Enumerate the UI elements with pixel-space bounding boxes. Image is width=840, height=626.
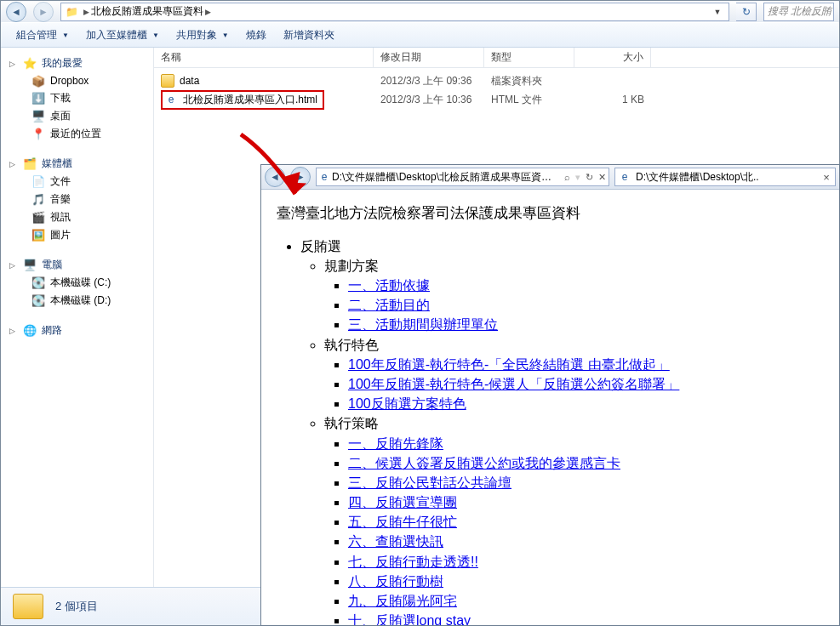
item-icon: 📍 [31,128,45,141]
nav-back-button[interactable]: ◄ [6,2,26,22]
sidebar-library-header[interactable]: ▷🗂️媒體櫃 [1,155,153,173]
tree-node: 執行策略一、反賄先鋒隊二、候選人簽署反賄選公約或我的參選感言卡三、反賄公民對話公… [324,413,824,625]
sidebar-network-header[interactable]: ▷🌐網路 [1,322,153,339]
breadcrumb-text[interactable]: 北檢反賄選成果專區資料 [91,4,203,19]
sidebar-item[interactable]: 📄文件 [1,173,153,191]
organize-menu[interactable]: 組合管理▼ [8,25,77,46]
item-icon: 📦 [31,74,45,88]
folder-icon: 📁 [65,5,78,19]
tree-leaf: 五、反賄牛仔很忙 [348,512,824,532]
item-icon: 💽 [31,276,45,290]
sidebar-item[interactable]: 💽本機磁碟 (C:) [1,274,153,292]
folder-icon [13,594,43,619]
content-link[interactable]: 100年反賄選-執行特色-「全民終結賄選 由臺北做起」 [348,357,670,372]
item-icon: 💽 [31,294,45,308]
tree-leaf: 100反賄選方案特色 [348,394,824,413]
search-input[interactable]: 搜尋 北檢反賄 [763,3,834,21]
content-link[interactable]: 二、候選人簽署反賄選公約或我的參選感言卡 [348,456,620,470]
tree-leaf: 一、反賄先鋒隊 [348,434,824,453]
content-link[interactable]: 一、反賄先鋒隊 [348,436,443,451]
content-link[interactable]: 100反賄選方案特色 [348,396,466,411]
content-link[interactable]: 二、活動目的 [348,298,430,312]
tree-node: 執行特色100年反賄選-執行特色-「全民終結賄選 由臺北做起」100年反賄選-執… [324,335,824,414]
column-headers[interactable]: 名稱 修改日期 類型 大小 [154,48,839,68]
include-menu[interactable]: 加入至媒體櫃▼ [77,25,168,46]
ie-window: ◄ ► e D:\文件媒體櫃\Desktop\北檢反賄選成果專區資料\北檢反 ⌕… [260,164,840,626]
sidebar-item[interactable]: 🖥️桌面 [1,107,153,125]
content-link[interactable]: 100年反賄選-執行特色-候選人「反賄選公約簽名聯署」 [348,377,679,391]
sidebar-item[interactable]: 💽本機磁碟 (D:) [1,292,153,310]
content-link[interactable]: 九、反賄陽光阿宅 [348,594,457,608]
ie-content: 臺灣臺北地方法院檢察署司法保護成果專區資料 反賄選規劃方案一、活動依據二、活動目… [261,190,839,625]
tree-leaf: 三、活動期間與辦理單位 [348,315,824,334]
star-icon: ⭐ [23,57,37,71]
refresh-button[interactable]: ↻ [736,3,757,21]
content-link[interactable]: 十、反賄選long stay [348,613,471,625]
sidebar-item[interactable]: 🎵音樂 [1,191,153,208]
highlighted-file: e北檢反賄選成果專區入口.html [161,90,324,110]
breadcrumb-bar[interactable]: 📁 ▶ 北檢反賄選成果專區資料 ▶ ▼ [60,3,729,21]
status-text: 2 個項目 [55,599,98,614]
sidebar-item[interactable]: 📦Dropbox [1,72,153,89]
tree-leaf: 四、反賄選宣導團 [348,492,824,512]
sidebar-item[interactable]: ⬇️下載 [1,89,153,107]
ie-back-button[interactable]: ◄ [265,167,285,187]
tree-leaf: 二、候選人簽署反賄選公約或我的參選感言卡 [348,453,824,473]
item-icon: 🎵 [31,193,45,207]
item-icon: 🎬 [31,211,45,225]
ie-page-icon: e [617,171,632,183]
explorer-toolbar: 組合管理▼ 加入至媒體櫃▼ 共用對象▼ 燒錄 新增資料夾 [1,22,839,48]
share-menu[interactable]: 共用對象▼ [168,25,237,46]
sidebar-item[interactable]: 📍最近的位置 [1,125,153,143]
file-row[interactable]: e北檢反賄選成果專區入口.html2012/3/3 上午 10:36HTML 文… [154,90,839,109]
content-link[interactable]: 一、活動依據 [348,278,430,293]
computer-icon: 🖥️ [23,259,37,272]
newfolder-button[interactable]: 新增資料夾 [275,25,343,46]
breadcrumb-sep: ▶ [83,8,89,16]
tree-leaf: 十、反賄選long stay [348,611,824,625]
breadcrumb-dropdown[interactable]: ▼ [710,8,725,16]
stop-icon[interactable]: ✕ [596,172,609,183]
ie-forward-button[interactable]: ► [290,167,311,187]
tree-leaf: 100年反賄選-執行特色-「全民終結賄選 由臺北做起」 [348,355,824,374]
ie-tab-title: D:\文件媒體櫃\Desktop\北.. [636,170,816,185]
col-date[interactable]: 修改日期 [374,48,484,67]
search-icon[interactable]: ⌕ [562,172,573,182]
ie-tab[interactable]: e D:\文件媒體櫃\Desktop\北.. × [614,168,836,186]
col-size[interactable]: 大小 [574,48,651,67]
content-link[interactable]: 七、反賄行動走透透!! [348,555,478,569]
page-title: 臺灣臺北地方法院檢察署司法保護成果專區資料 [277,203,824,225]
burn-button[interactable]: 燒錄 [237,25,275,46]
tree-leaf: 七、反賄行動走透透!! [348,552,824,572]
col-type[interactable]: 類型 [484,48,574,67]
content-link[interactable]: 三、反賄公民對話公共論壇 [348,475,511,490]
sidebar-computer-header[interactable]: ▷🖥️電腦 [1,256,153,274]
close-icon[interactable]: × [820,170,833,184]
item-icon: 🖥️ [31,110,45,123]
ie-page-icon: e [317,171,332,183]
tree-leaf: 六、查賄選快訊 [348,532,824,551]
refresh-icon[interactable]: ↻ [583,172,596,183]
content-link[interactable]: 三、活動期間與辦理單位 [348,317,498,332]
content-link[interactable]: 六、查賄選快訊 [348,534,443,549]
sidebar-item[interactable]: 🖼️圖片 [1,226,153,244]
file-row[interactable]: data2012/3/3 上午 09:36檔案資料夾 [154,71,839,90]
nav-forward-button[interactable]: ► [33,2,54,22]
content-link[interactable]: 八、反賄行動樹 [348,574,443,589]
folder-icon [161,74,174,88]
sidebar-favorites-header[interactable]: ▷⭐我的最愛 [1,54,153,72]
content-link[interactable]: 四、反賄選宣導團 [348,495,457,509]
ie-address-bar[interactable]: e D:\文件媒體櫃\Desktop\北檢反賄選成果專區資料\北檢反 ⌕ ▾ ↻… [316,168,609,186]
sidebar: ▷⭐我的最愛 📦Dropbox⬇️下載🖥️桌面📍最近的位置 ▷🗂️媒體櫃 📄文件… [1,48,154,587]
library-icon: 🗂️ [23,157,37,171]
item-icon: 🖼️ [31,229,45,242]
content-link[interactable]: 五、反賄牛仔很忙 [348,515,457,529]
ie-address-text: D:\文件媒體櫃\Desktop\北檢反賄選成果專區資料\北檢反 [332,170,562,185]
tree-leaf: 二、活動目的 [348,295,824,315]
tree-leaf: 100年反賄選-執行特色-候選人「反賄選公約簽名聯署」 [348,374,824,394]
col-name[interactable]: 名稱 [154,48,374,67]
sidebar-item[interactable]: 🎬視訊 [1,208,153,226]
item-icon: ⬇️ [31,92,45,105]
tree-node: 規劃方案一、活動依據二、活動目的三、活動期間與辦理單位 [324,256,824,335]
ie-titlebar: ◄ ► e D:\文件媒體櫃\Desktop\北檢反賄選成果專區資料\北檢反 ⌕… [261,165,839,190]
